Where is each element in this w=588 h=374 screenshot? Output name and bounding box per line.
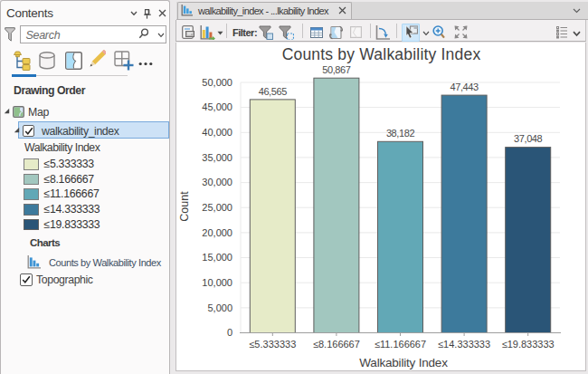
svg-text:45,000: 45,000 bbox=[202, 101, 232, 112]
svg-text:10,000: 10,000 bbox=[202, 277, 232, 288]
svg-text:Count: Count bbox=[178, 191, 191, 222]
svg-text:40,000: 40,000 bbox=[202, 127, 232, 138]
svg-text:50,000: 50,000 bbox=[202, 77, 232, 88]
svg-text:≤11.166667: ≤11.166667 bbox=[375, 339, 426, 350]
svg-text:15,000: 15,000 bbox=[202, 252, 232, 263]
svg-text:35,000: 35,000 bbox=[202, 152, 232, 163]
svg-text:Walkability Index: Walkability Index bbox=[359, 356, 448, 369]
svg-text:38,182: 38,182 bbox=[386, 128, 415, 139]
svg-text:Counts by Walkability Index: Counts by Walkability Index bbox=[282, 45, 481, 63]
svg-text:46,565: 46,565 bbox=[259, 86, 288, 97]
svg-text:20,000: 20,000 bbox=[202, 227, 232, 238]
svg-text:5,000: 5,000 bbox=[207, 302, 232, 313]
svg-text:≤14.333333: ≤14.333333 bbox=[438, 339, 490, 350]
svg-text:0: 0 bbox=[227, 327, 232, 338]
svg-text:≤5.333333: ≤5.333333 bbox=[249, 339, 296, 350]
svg-text:47,443: 47,443 bbox=[450, 82, 479, 92]
svg-text:≤8.166667: ≤8.166667 bbox=[313, 339, 360, 350]
svg-text:30,000: 30,000 bbox=[202, 177, 232, 187]
svg-text:50,867: 50,867 bbox=[322, 64, 351, 75]
svg-text:25,000: 25,000 bbox=[202, 202, 232, 213]
svg-text:≤19.833333: ≤19.833333 bbox=[502, 339, 555, 350]
svg-text:37,048: 37,048 bbox=[514, 133, 543, 144]
